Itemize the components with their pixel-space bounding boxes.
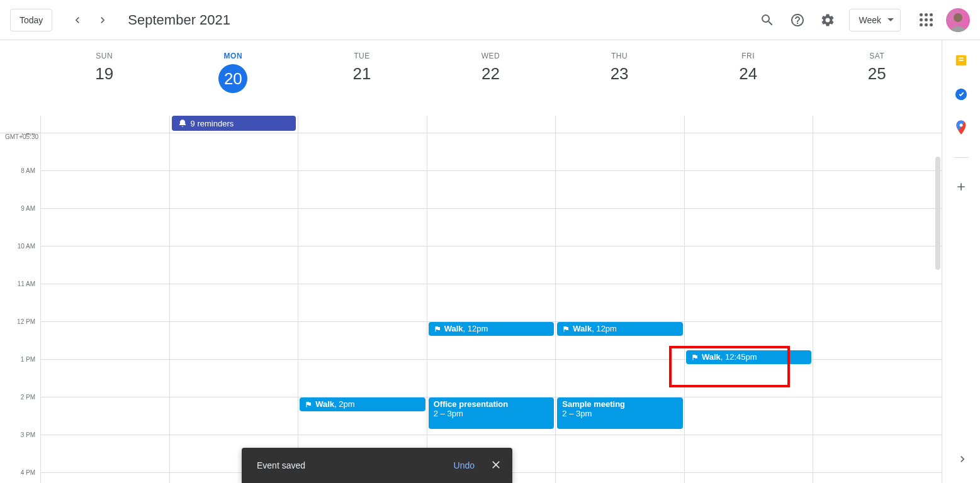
hour-cell[interactable]	[169, 247, 298, 284]
event-walk[interactable]: Walk, 2pm	[300, 397, 425, 411]
allday-cell[interactable]	[298, 116, 427, 133]
prev-week-button[interactable]	[65, 8, 90, 33]
hour-cell[interactable]	[813, 397, 942, 435]
next-week-button[interactable]	[90, 8, 115, 33]
hour-cell[interactable]	[684, 473, 813, 483]
hour-cell[interactable]	[40, 435, 169, 473]
settings-button[interactable]	[815, 8, 840, 33]
maps-icon[interactable]	[954, 121, 969, 136]
scrollbar-thumb[interactable]	[935, 157, 940, 270]
hour-cell[interactable]	[427, 171, 556, 209]
hour-cell[interactable]	[555, 133, 684, 171]
event-walk[interactable]: Walk, 12pm	[557, 322, 683, 336]
google-apps-button[interactable]	[913, 8, 938, 33]
help-button[interactable]	[785, 8, 810, 33]
hour-cell[interactable]	[555, 247, 684, 284]
hour-cell[interactable]: Walk, 12pm	[427, 322, 556, 360]
hour-cell[interactable]	[555, 473, 684, 483]
reminder-pill[interactable]: 9 reminders	[172, 116, 296, 131]
day-header-fri[interactable]: FRI24	[684, 40, 813, 116]
event-walk[interactable]: Walk, 12pm	[429, 322, 555, 336]
hour-cell[interactable]	[684, 171, 813, 209]
hour-cell[interactable]	[555, 435, 684, 473]
hour-cell[interactable]	[813, 360, 942, 397]
allday-cell[interactable]: 9 reminders	[169, 116, 298, 133]
hour-cell[interactable]	[813, 171, 942, 209]
hour-cell[interactable]: Walk, 2pm	[298, 397, 427, 435]
side-panel-toggle[interactable]	[956, 453, 969, 468]
view-selector[interactable]: Week	[849, 9, 901, 31]
hour-cell[interactable]	[684, 435, 813, 473]
day-header-thu[interactable]: THU23	[555, 40, 684, 116]
hour-cell[interactable]: Walk, 12pm	[555, 322, 684, 360]
hour-cell[interactable]	[555, 171, 684, 209]
hour-cell[interactable]	[684, 209, 813, 247]
allday-cell[interactable]	[427, 116, 556, 133]
hour-cell[interactable]	[427, 209, 556, 247]
day-header-tue[interactable]: TUE21	[298, 40, 427, 116]
hour-cell[interactable]	[684, 133, 813, 171]
hour-cell[interactable]	[813, 247, 942, 284]
hour-cell[interactable]	[40, 322, 169, 360]
hour-cell[interactable]	[40, 171, 169, 209]
hour-cell[interactable]	[684, 284, 813, 322]
today-button[interactable]: Today	[10, 9, 52, 31]
hour-cell[interactable]	[555, 209, 684, 247]
toast-undo-button[interactable]: Undo	[444, 455, 485, 475]
hour-cell[interactable]	[169, 397, 298, 435]
hour-cell[interactable]	[684, 360, 813, 397]
hour-cell[interactable]	[298, 322, 427, 360]
hour-cell[interactable]	[298, 284, 427, 322]
hour-cell[interactable]	[298, 209, 427, 247]
hour-cell[interactable]	[40, 247, 169, 284]
hour-cell[interactable]	[684, 247, 813, 284]
hour-cell[interactable]	[169, 322, 298, 360]
event-sample-meeting[interactable]: Sample meeting2 – 3pm	[557, 397, 683, 429]
day-header-sun[interactable]: SUN19	[40, 40, 169, 116]
day-header-mon[interactable]: MON20	[169, 40, 298, 116]
hour-cell[interactable]	[40, 284, 169, 322]
hour-cell[interactable]	[427, 247, 556, 284]
hour-cell[interactable]	[813, 435, 942, 473]
allday-cell[interactable]	[684, 116, 813, 133]
hour-cell[interactable]	[40, 133, 169, 171]
hour-cell[interactable]: Office presentation2 – 3pm	[427, 397, 556, 435]
allday-cell[interactable]	[813, 116, 942, 133]
hour-cell[interactable]	[169, 360, 298, 397]
hour-cell[interactable]	[813, 284, 942, 322]
side-add-button[interactable]	[954, 179, 969, 194]
account-avatar[interactable]	[946, 8, 970, 32]
allday-cell[interactable]	[555, 116, 684, 133]
hour-cell[interactable]	[813, 473, 942, 483]
hour-cell[interactable]	[298, 133, 427, 171]
day-header-wed[interactable]: WED22	[427, 40, 556, 116]
hour-cell[interactable]	[40, 209, 169, 247]
hour-cell[interactable]	[40, 397, 169, 435]
event-office-presentation[interactable]: Office presentation2 – 3pm	[429, 397, 555, 429]
hour-cell[interactable]	[169, 133, 298, 171]
hour-cell[interactable]: Sample meeting2 – 3pm	[555, 397, 684, 435]
hour-cell[interactable]	[555, 360, 684, 397]
hour-cell[interactable]	[813, 209, 942, 247]
hour-cell[interactable]	[427, 133, 556, 171]
hour-cell[interactable]	[169, 284, 298, 322]
hour-cell[interactable]	[169, 209, 298, 247]
hour-cell[interactable]	[813, 322, 942, 360]
search-button[interactable]	[755, 8, 780, 33]
allday-cell[interactable]	[40, 116, 169, 133]
hour-cell[interactable]	[427, 284, 556, 322]
hour-cell[interactable]	[298, 247, 427, 284]
day-header-sat[interactable]: SAT25	[813, 40, 942, 116]
hour-cell[interactable]	[555, 284, 684, 322]
hour-cell[interactable]	[427, 360, 556, 397]
hour-cell[interactable]	[40, 473, 169, 483]
hour-cell[interactable]: Walk, 12:45pm	[684, 322, 813, 360]
hour-cell[interactable]	[813, 133, 942, 171]
hour-cell[interactable]	[298, 171, 427, 209]
toast-close-button[interactable]	[485, 453, 507, 478]
hour-cell[interactable]	[684, 397, 813, 435]
tasks-icon[interactable]	[954, 87, 969, 102]
hour-cell[interactable]	[40, 360, 169, 397]
keep-icon[interactable]	[954, 53, 969, 68]
hour-cell[interactable]	[169, 171, 298, 209]
